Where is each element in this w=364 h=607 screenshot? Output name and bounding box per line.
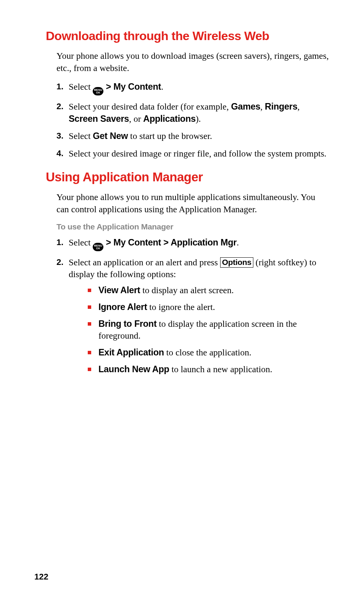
text: to start up the browser. <box>128 131 212 141</box>
text: to ignore the alert. <box>147 302 215 312</box>
bold-ringers: Ringers <box>265 102 297 111</box>
section2-step-2: Select an application or an alert and pr… <box>56 257 330 376</box>
boxed-options: Options <box>220 257 253 268</box>
text: . <box>161 82 163 92</box>
bold: View Alert <box>98 285 140 295</box>
section-heading-downloading: Downloading through the Wireless Web <box>46 29 330 43</box>
bullet-bring-to-front: Bring to Front to display the applicatio… <box>88 318 330 342</box>
text: to launch a new application. <box>169 364 272 374</box>
bullet-launch-new-app: Launch New App to launch a new applicati… <box>88 363 330 376</box>
text: . <box>237 237 239 247</box>
section1-intro: Your phone allows you to download images… <box>56 50 330 74</box>
section2-steps: Select MENUOK > My Content > Application… <box>56 237 330 375</box>
section1-step-3: Select Get New to start up the browser. <box>56 130 330 142</box>
bold-gt: > <box>161 237 171 247</box>
text: ). <box>196 114 201 124</box>
bold-my-content: My Content <box>113 82 161 92</box>
section2-intro: Your phone allows you to run multiple ap… <box>56 191 330 215</box>
bold: Bring to Front <box>98 319 156 329</box>
bullet-exit-application: Exit Application to close the applicatio… <box>88 347 330 359</box>
bullet-view-alert: View Alert to display an alert screen. <box>88 284 330 297</box>
bold-games: Games <box>231 102 260 111</box>
text: , or <box>129 114 143 124</box>
text: Select <box>69 131 93 141</box>
bold: Exit Application <box>98 347 164 357</box>
bold-applications: Applications <box>143 114 195 124</box>
section1-step-2: Select your desired data folder (for exa… <box>56 101 330 125</box>
bold-application-mgr: Application Mgr <box>171 237 237 247</box>
text: Select an application or an alert and pr… <box>69 257 220 267</box>
bold: Ignore Alert <box>98 302 147 312</box>
section1-steps: Select MENUOK > My Content. Select your … <box>56 81 330 160</box>
section2-subhead: To use the Application Manager <box>56 222 330 231</box>
bold: Launch New App <box>98 364 169 374</box>
bold-gt: > <box>103 82 113 92</box>
page-number: 122 <box>34 572 48 582</box>
options-bullets: View Alert to display an alert screen. I… <box>88 284 330 375</box>
text: , <box>260 102 265 111</box>
menu-ok-icon: MENUOK <box>93 87 103 95</box>
text: to display an alert screen. <box>140 285 234 295</box>
section-heading-app-manager: Using Application Manager <box>46 170 330 184</box>
text: Select <box>69 237 93 247</box>
text: Select your desired data folder (for exa… <box>69 102 231 111</box>
text: Select <box>69 82 93 92</box>
text: , <box>297 102 300 111</box>
section1-step-4: Select your desired image or ringer file… <box>56 148 330 160</box>
text: Select your desired image or ringer file… <box>69 149 326 158</box>
section1-step-1: Select MENUOK > My Content. <box>56 81 330 95</box>
bold-screen-savers: Screen Savers <box>69 114 129 124</box>
text: to close the application. <box>164 347 251 357</box>
bold-my-content: My Content <box>113 237 161 247</box>
bold-get-new: Get New <box>93 131 128 141</box>
bullet-ignore-alert: Ignore Alert to ignore the alert. <box>88 301 330 313</box>
menu-ok-icon: MENUOK <box>93 243 103 251</box>
bold-gt: > <box>103 237 113 247</box>
section2-step-1: Select MENUOK > My Content > Application… <box>56 237 330 251</box>
